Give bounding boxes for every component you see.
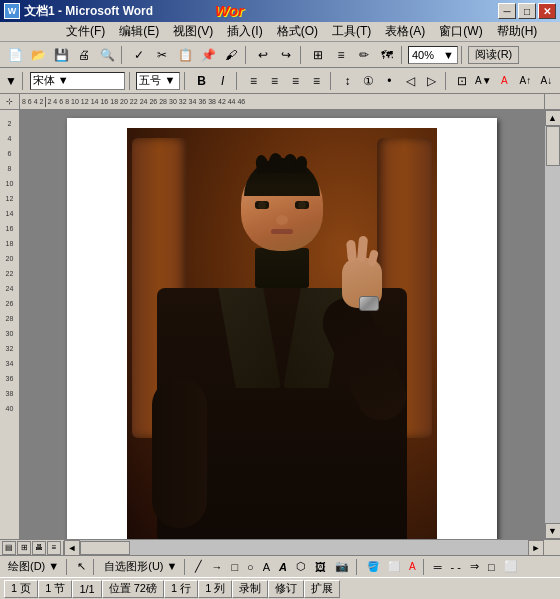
font-color-draw-button[interactable]: A: [405, 558, 420, 576]
toolbar-separator-4: [401, 46, 405, 64]
autoshape-button[interactable]: 自选图形(U) ▼: [100, 558, 181, 576]
title-bar: W 文档1 - Microsoft Word Wor ─ □ ✕: [0, 0, 560, 22]
scroll-left-button[interactable]: ◄: [64, 540, 80, 556]
h-scroll-track[interactable]: [80, 540, 528, 555]
draw-separator-3: [184, 559, 188, 575]
fmt-sep-5: [445, 72, 449, 90]
align-center-button[interactable]: ≡: [265, 72, 284, 90]
line-tool[interactable]: ╱: [191, 558, 206, 576]
line-color-button[interactable]: ⬜: [384, 558, 404, 576]
align-left-button[interactable]: ≡: [244, 72, 263, 90]
increase-indent-button[interactable]: ▷: [422, 72, 441, 90]
highlight-button[interactable]: A▼: [474, 72, 493, 90]
minimize-button[interactable]: ─: [498, 3, 516, 19]
bold-button[interactable]: B: [192, 72, 211, 90]
menu-tools[interactable]: 工具(T): [326, 21, 377, 42]
menu-help[interactable]: 帮助(H): [491, 21, 544, 42]
line-spacing-button[interactable]: ↕: [338, 72, 357, 90]
clipart-tool[interactable]: 🖼: [311, 558, 330, 576]
format-painter[interactable]: 🖌: [220, 45, 242, 65]
outline-view-button[interactable]: ≡: [47, 541, 61, 555]
bullets-button[interactable]: •: [380, 72, 399, 90]
vertical-scrollbar[interactable]: ▲ ▼: [544, 110, 560, 539]
print-view-button[interactable]: 🖶: [32, 541, 46, 555]
maximize-button[interactable]: □: [518, 3, 536, 19]
vertical-ruler: 246810 1214161820 2224262830 3234363840: [0, 110, 20, 539]
document-image[interactable]: [127, 128, 437, 539]
draw-separator-4: [356, 559, 360, 575]
h-scroll-thumb[interactable]: [80, 541, 130, 555]
zoom-dropdown[interactable]: 40% ▼: [408, 46, 458, 64]
table-button[interactable]: ⊞: [307, 45, 329, 65]
scroll-right-button[interactable]: ►: [528, 540, 544, 556]
arrow-button[interactable]: ↖: [73, 558, 90, 576]
toolbar-separator-3: [300, 46, 304, 64]
horizontal-scrollbar-area: ▤ ⊞ 🖶 ≡ ◄ ►: [0, 539, 560, 555]
fontsize-up-button[interactable]: A↑: [516, 72, 535, 90]
spell-button[interactable]: ✓: [128, 45, 150, 65]
oval-tool[interactable]: ○: [243, 558, 258, 576]
redo-button[interactable]: ↪: [275, 45, 297, 65]
window-title: 文档1 - Microsoft Word: [24, 3, 153, 20]
doc-map-button[interactable]: 🗺: [376, 45, 398, 65]
drawing-button[interactable]: ✏: [353, 45, 375, 65]
ruler-corner: ⊹: [0, 94, 20, 110]
save-button[interactable]: 💾: [50, 45, 72, 65]
column-button[interactable]: ≡: [330, 45, 352, 65]
fontsize-down-button[interactable]: A↓: [537, 72, 556, 90]
fontcolor-button[interactable]: A: [495, 72, 514, 90]
cut-button[interactable]: ✂: [151, 45, 173, 65]
fmt-sep-2: [184, 72, 188, 90]
status-section: 1 节: [38, 580, 72, 598]
draw-menu-button[interactable]: 绘图(D) ▼: [4, 558, 63, 576]
status-rec: 录制: [232, 580, 268, 598]
italic-button[interactable]: I: [213, 72, 232, 90]
scroll-up-button[interactable]: ▲: [545, 110, 561, 126]
menu-format[interactable]: 格式(O): [271, 21, 324, 42]
paste-button[interactable]: 📌: [197, 45, 219, 65]
rect-tool[interactable]: □: [227, 558, 242, 576]
arrow-style-button[interactable]: ⇒: [466, 558, 483, 576]
fill-color-button[interactable]: 🪣: [363, 558, 383, 576]
fmt-sep-4: [330, 72, 334, 90]
justify-button[interactable]: ≡: [307, 72, 326, 90]
font-select[interactable]: 宋体 ▼: [30, 72, 125, 90]
scroll-track[interactable]: [545, 126, 560, 523]
align-right-button[interactable]: ≡: [286, 72, 305, 90]
print-button[interactable]: 🖨: [73, 45, 95, 65]
arrow-tool[interactable]: →: [207, 558, 226, 576]
menu-edit[interactable]: 编辑(E): [113, 21, 165, 42]
image-tool[interactable]: 📷: [331, 558, 353, 576]
readmode-button[interactable]: 阅读(R): [468, 46, 519, 64]
scroll-down-button[interactable]: ▼: [545, 523, 561, 539]
menu-file[interactable]: 文件(F): [60, 21, 111, 42]
menu-table[interactable]: 表格(A): [379, 21, 431, 42]
scroll-thumb[interactable]: [546, 126, 560, 166]
web-view-button[interactable]: ⊞: [17, 541, 31, 555]
undo-button[interactable]: ↩: [252, 45, 274, 65]
open-button[interactable]: 📂: [27, 45, 49, 65]
textbox-tool[interactable]: A: [259, 558, 274, 576]
status-extend: 扩展: [304, 580, 340, 598]
size-select[interactable]: 五号 ▼: [136, 72, 180, 90]
3d-button[interactable]: ⬜: [500, 558, 522, 576]
close-button[interactable]: ✕: [538, 3, 556, 19]
menu-insert[interactable]: 插入(I): [221, 21, 268, 42]
style-dropdown-btn[interactable]: ▼: [4, 71, 18, 91]
numbering-button[interactable]: ①: [359, 72, 378, 90]
diagram-tool[interactable]: ⬡: [292, 558, 310, 576]
border-button[interactable]: ⊡: [453, 72, 472, 90]
line-style-button[interactable]: ═: [430, 558, 446, 576]
menu-window[interactable]: 窗口(W): [433, 21, 488, 42]
decrease-indent-button[interactable]: ◁: [401, 72, 420, 90]
shadow-button[interactable]: □: [484, 558, 499, 576]
copy-button[interactable]: 📋: [174, 45, 196, 65]
status-position: 位置 72磅: [102, 580, 164, 598]
menu-view[interactable]: 视图(V): [167, 21, 219, 42]
new-button[interactable]: 📄: [4, 45, 26, 65]
status-bar: 1 页 1 节 1/1 位置 72磅 1 行 1 列 录制 修订 扩展: [0, 577, 560, 599]
preview-button[interactable]: 🔍: [96, 45, 118, 65]
wordart-tool[interactable]: A: [275, 558, 291, 576]
normal-view-button[interactable]: ▤: [2, 541, 16, 555]
dash-style-button[interactable]: - -: [447, 558, 465, 576]
